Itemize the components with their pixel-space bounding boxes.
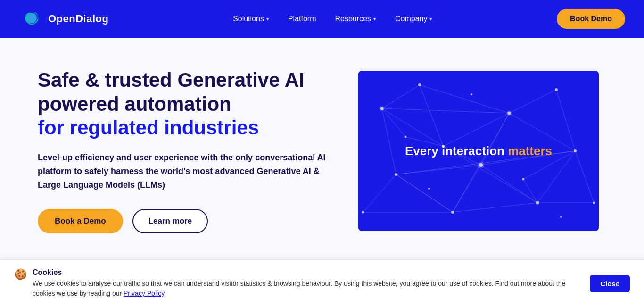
svg-point-42 bbox=[593, 202, 595, 204]
chevron-down-icon: ▾ bbox=[373, 16, 376, 22]
nav-platform[interactable]: Platform bbox=[281, 11, 324, 27]
nav-resources[interactable]: Resources ▾ bbox=[327, 11, 383, 27]
svg-point-52 bbox=[506, 110, 512, 116]
chevron-down-icon: ▾ bbox=[266, 16, 269, 22]
svg-point-51 bbox=[379, 106, 385, 111]
chevron-down-icon: ▾ bbox=[429, 16, 432, 22]
svg-point-40 bbox=[418, 83, 421, 86]
svg-point-50 bbox=[478, 162, 484, 168]
logo-link[interactable]: OpenDialog bbox=[19, 7, 108, 31]
svg-point-38 bbox=[451, 211, 454, 214]
hero-buttons: Book a Demo Learn more bbox=[38, 209, 330, 233]
svg-point-47 bbox=[471, 93, 472, 95]
logo-text: OpenDialog bbox=[48, 13, 108, 25]
hero-learn-more-button[interactable]: Learn more bbox=[132, 209, 208, 233]
svg-point-43 bbox=[362, 211, 364, 214]
svg-point-49 bbox=[560, 216, 562, 218]
hero-book-demo-button[interactable]: Book a Demo bbox=[38, 209, 123, 233]
hero-visual: Every interaction matters bbox=[358, 71, 599, 231]
hero-section: Safe & trusted Generative AI powered aut… bbox=[0, 38, 644, 264]
nav-solutions[interactable]: Solutions ▾ bbox=[225, 11, 277, 27]
svg-point-36 bbox=[574, 149, 577, 152]
logo-icon bbox=[19, 7, 43, 31]
hero-subtitle: Level-up efficiency and user experience … bbox=[38, 151, 330, 191]
cookie-banner: 🍪 Cookies We use cookies to analyse our … bbox=[0, 259, 644, 264]
nav-links: Solutions ▾ Platform Resources ▾ Company… bbox=[225, 11, 440, 27]
svg-point-46 bbox=[522, 178, 525, 181]
svg-point-39 bbox=[395, 173, 397, 176]
navigation: OpenDialog Solutions ▾ Platform Resource… bbox=[0, 0, 644, 38]
visual-text: Every interaction matters bbox=[405, 144, 552, 158]
nav-company[interactable]: Company ▾ bbox=[388, 11, 440, 27]
hero-content: Safe & trusted Generative AI powered aut… bbox=[38, 68, 330, 233]
svg-point-37 bbox=[536, 201, 539, 205]
svg-point-48 bbox=[428, 188, 430, 190]
svg-point-41 bbox=[555, 88, 558, 91]
nav-book-demo-button[interactable]: Book Demo bbox=[557, 9, 625, 29]
hero-title: Safe & trusted Generative AI powered aut… bbox=[38, 68, 330, 140]
svg-point-45 bbox=[405, 136, 407, 138]
